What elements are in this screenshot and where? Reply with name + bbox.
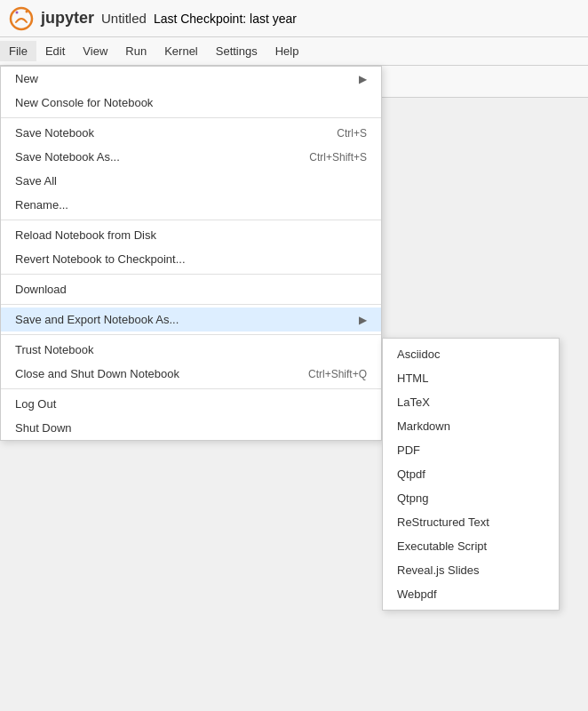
export-markdown[interactable]: Markdown [383, 414, 559, 438]
divider-2 [1, 220, 381, 220]
export-qtpng[interactable]: Qtpng [383, 486, 559, 510]
menu-save-notebook-as-label: Save Notebook As... [15, 150, 120, 164]
export-webpdf[interactable]: Webpdf [383, 582, 559, 606]
menu-logout-label: Log Out [15, 397, 56, 411]
export-html[interactable]: HTML [383, 366, 559, 390]
menu-reload-label: Reload Notebook from Disk [15, 228, 156, 242]
export-revealjs[interactable]: Reveal.js Slides [383, 558, 559, 582]
submenu-arrow-icon: ▶ [359, 73, 367, 85]
menu-logout[interactable]: Log Out [1, 392, 381, 416]
export-arrow-icon: ▶ [359, 314, 367, 326]
menu-new-label: New [15, 72, 38, 85]
menu-edit[interactable]: Edit [36, 41, 74, 61]
menu-rename-label: Rename... [15, 198, 68, 212]
menu-save-notebook-as[interactable]: Save Notebook As... Ctrl+Shift+S [1, 145, 381, 169]
save-shortcut: Ctrl+S [337, 127, 367, 140]
menu-revert[interactable]: Revert Notebook to Checkpoint... [1, 247, 381, 271]
svg-point-2 [26, 10, 28, 12]
save-as-shortcut: Ctrl+Shift+S [309, 151, 367, 164]
divider-4 [1, 304, 381, 305]
menu-shutdown-label: Shut Down [15, 421, 72, 435]
menu-revert-label: Revert Notebook to Checkpoint... [15, 252, 186, 266]
menu-bar: File Edit View Run Kernel Settings Help [0, 37, 588, 66]
menu-trust-label: Trust Notebook [15, 343, 93, 356]
menu-close-shutdown[interactable]: Close and Shut Down Notebook Ctrl+Shift+… [1, 362, 381, 386]
menu-download-label: Download [15, 283, 67, 296]
menu-view[interactable]: View [74, 41, 116, 61]
menu-kernel[interactable]: Kernel [155, 41, 207, 61]
notebook-title: Untitled [101, 11, 147, 26]
menu-trust[interactable]: Trust Notebook [1, 338, 381, 362]
app-name: jupyter [41, 9, 94, 28]
menu-new-console[interactable]: New Console for Notebook [1, 91, 381, 115]
menu-shutdown[interactable]: Shut Down [1, 416, 381, 440]
menu-save-all[interactable]: Save All [1, 169, 381, 193]
export-script[interactable]: Executable Script [383, 534, 559, 558]
menu-export[interactable]: Save and Export Notebook As... ▶ [1, 308, 381, 332]
menu-file[interactable]: File [0, 41, 36, 61]
menu-settings[interactable]: Settings [207, 41, 266, 61]
menu-run[interactable]: Run [116, 41, 155, 61]
title-bar: jupyter Untitled Last Checkpoint: last y… [0, 0, 588, 37]
menu-help[interactable]: Help [266, 41, 308, 61]
divider-3 [1, 274, 381, 275]
export-qtpdf[interactable]: Qtpdf [383, 462, 559, 486]
menu-save-notebook-label: Save Notebook [15, 126, 94, 140]
export-restructured[interactable]: ReStructured Text [383, 510, 559, 534]
menu-save-notebook[interactable]: Save Notebook Ctrl+S [1, 121, 381, 145]
menu-download[interactable]: Download [1, 277, 381, 301]
menu-close-shutdown-label: Close and Shut Down Notebook [15, 367, 179, 380]
export-asciidoc[interactable]: Asciidoc [383, 342, 559, 366]
export-latex[interactable]: LaTeX [383, 390, 559, 414]
svg-point-1 [16, 11, 19, 13]
menu-new[interactable]: New ▶ [1, 67, 381, 91]
checkpoint-text: Last Checkpoint: last year [154, 12, 297, 26]
export-pdf[interactable]: PDF [383, 438, 559, 462]
jupyter-logo-icon [9, 6, 34, 31]
menu-reload[interactable]: Reload Notebook from Disk [1, 223, 381, 247]
file-menu-dropdown: New ▶ New Console for Notebook Save Note… [0, 66, 382, 441]
menu-rename[interactable]: Rename... [1, 193, 381, 217]
divider-1 [1, 117, 381, 118]
menu-export-label: Save and Export Notebook As... [15, 313, 179, 326]
menu-new-console-label: New Console for Notebook [15, 96, 153, 109]
export-submenu: Asciidoc HTML LaTeX Markdown PDF Qtpdf Q… [382, 338, 560, 611]
close-shortcut: Ctrl+Shift+Q [308, 368, 367, 380]
divider-6 [1, 388, 381, 389]
divider-5 [1, 334, 381, 335]
menu-save-all-label: Save All [15, 174, 57, 188]
